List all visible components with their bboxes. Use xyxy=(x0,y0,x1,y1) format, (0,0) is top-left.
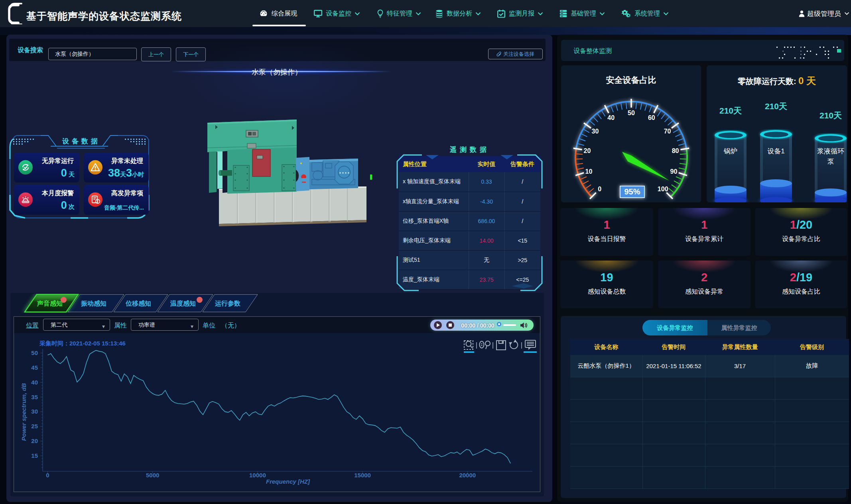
svg-text:45: 45 xyxy=(31,364,38,371)
svg-text:35: 35 xyxy=(31,394,38,400)
svg-text:20: 20 xyxy=(31,437,38,444)
svg-text:30: 30 xyxy=(592,128,599,135)
svg-text:80: 80 xyxy=(672,147,679,154)
svg-text:10: 10 xyxy=(585,168,593,175)
svg-text:90: 90 xyxy=(670,168,678,175)
svg-text:5000: 5000 xyxy=(146,472,159,479)
svg-text:70: 70 xyxy=(664,128,671,135)
svg-text:40: 40 xyxy=(31,379,38,386)
svg-text:10000: 10000 xyxy=(249,472,266,479)
svg-text:0: 0 xyxy=(46,472,49,479)
svg-text:100: 100 xyxy=(658,186,668,192)
svg-text:20: 20 xyxy=(584,147,591,154)
svg-text:15: 15 xyxy=(31,452,38,459)
svg-text:30: 30 xyxy=(31,408,38,415)
svg-text:0: 0 xyxy=(598,186,601,192)
svg-text:15000: 15000 xyxy=(354,472,371,479)
svg-text:20000: 20000 xyxy=(459,472,476,479)
svg-text:50: 50 xyxy=(31,349,38,356)
svg-text:25: 25 xyxy=(31,423,38,429)
svg-text:Frequency [HZ]: Frequency [HZ] xyxy=(266,478,310,485)
svg-text:50: 50 xyxy=(628,110,635,116)
svg-text:Power spectrum, dB: Power spectrum, dB xyxy=(20,383,27,441)
svg-text:60: 60 xyxy=(648,114,655,121)
svg-text:40: 40 xyxy=(607,114,615,121)
